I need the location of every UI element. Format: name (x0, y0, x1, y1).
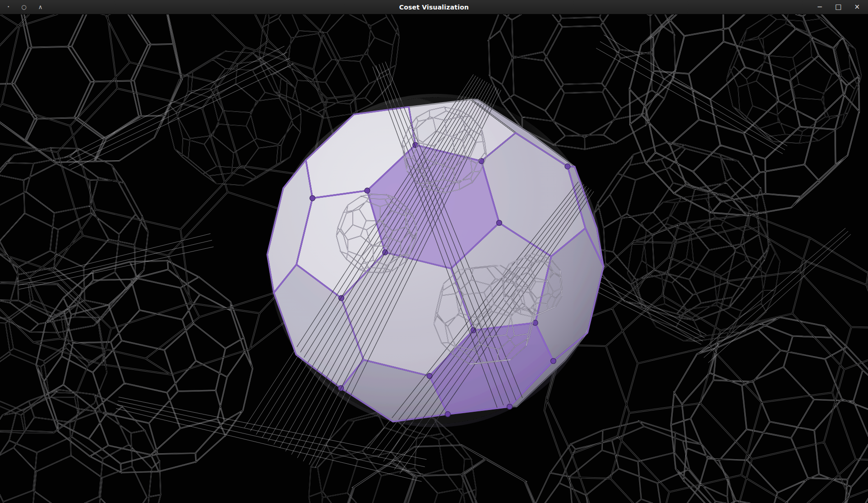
close-button[interactable]: × (853, 3, 861, 11)
maximize-button[interactable]: □ (834, 3, 842, 11)
record-circle-icon[interactable]: ○ (20, 3, 27, 11)
minimize-button[interactable]: − (816, 3, 824, 11)
coset-3d-canvas[interactable] (0, 14, 868, 503)
viewport[interactable] (0, 14, 868, 503)
app-window: • ○ ∧ Coset Visualization − □ × (0, 0, 868, 503)
caret-up-icon[interactable]: ∧ (37, 3, 44, 11)
titlebar-left-controls: • ○ ∧ (0, 3, 43, 11)
titlebar-right-controls: − □ × (816, 3, 868, 11)
window-title: Coset Visualization (0, 4, 868, 11)
titlebar[interactable]: • ○ ∧ Coset Visualization − □ × (0, 0, 868, 14)
menu-dot-icon[interactable]: • (6, 4, 10, 10)
